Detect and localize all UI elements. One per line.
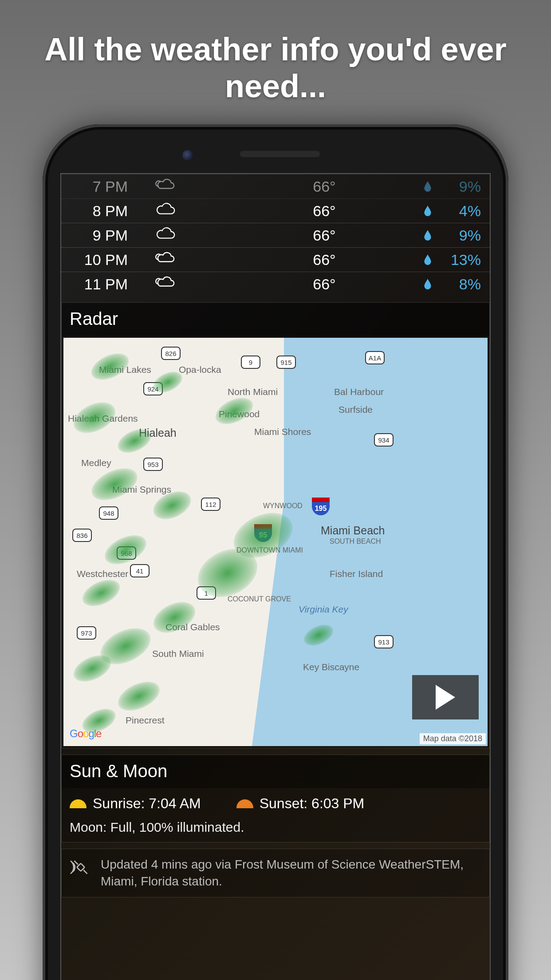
raindrop-icon xyxy=(419,178,437,195)
radar-section: Radar Miami Lakes Opa-locka North Miami … xyxy=(61,302,490,748)
hourly-forecast-list[interactable]: 7 PM 66° 9% 8 PM xyxy=(61,174,490,296)
interstate-shield: 195 xyxy=(312,498,330,515)
highway-shield: 826 xyxy=(161,347,181,360)
map-label: COCONUT GROVE xyxy=(228,595,291,603)
highway-shield: 41 xyxy=(130,564,150,577)
radar-map[interactable]: Miami Lakes Opa-locka North Miami Bal Ha… xyxy=(63,338,488,746)
radar-precipitation xyxy=(87,462,142,507)
raindrop-icon xyxy=(419,227,437,244)
partly-cloudy-night-icon xyxy=(141,177,190,196)
highway-shield: 112 xyxy=(201,498,220,511)
map-label: Miami Beach xyxy=(321,524,385,537)
hourly-precip: 9% xyxy=(437,227,481,244)
hourly-row[interactable]: 9 PM 66° 9% xyxy=(61,223,490,248)
map-label: Medley xyxy=(81,458,111,468)
map-label: Bal Harbour xyxy=(334,387,384,397)
google-logo: Google xyxy=(70,727,101,740)
sunset-item: Sunset: 6:03 PM xyxy=(236,795,365,812)
highway-shield: 953 xyxy=(143,458,163,471)
raindrop-icon xyxy=(419,202,437,220)
highway-shield: 9 xyxy=(241,356,260,369)
raindrop-icon xyxy=(419,251,437,269)
radar-precipitation xyxy=(69,396,120,439)
hourly-precip: 4% xyxy=(437,202,481,220)
radar-precipitation xyxy=(212,392,257,429)
hourly-row[interactable]: 11 PM 66° 8% xyxy=(61,272,490,296)
hourly-time: 8 PM xyxy=(70,202,141,220)
hourly-temp: 66° xyxy=(190,251,419,269)
map-label: North Miami xyxy=(228,387,278,397)
sunrise-item: Sunrise: 7:04 AM xyxy=(70,795,201,812)
update-text: Updated 4 mins ago via Frost Museum of S… xyxy=(101,856,481,890)
hourly-precip: 9% xyxy=(437,178,481,195)
hourly-temp: 66° xyxy=(190,227,419,244)
partly-cloudy-night-icon xyxy=(141,275,190,293)
hourly-temp: 66° xyxy=(190,202,419,220)
radar-title: Radar xyxy=(62,303,489,336)
hourly-row[interactable]: 7 PM 66° 9% xyxy=(61,174,490,199)
sunrise-label: Sunrise: 7:04 AM xyxy=(93,795,201,812)
partly-cloudy-night-icon xyxy=(141,250,190,269)
map-label: South Miami xyxy=(152,648,204,659)
moon-phase-text: Moon: Full, 100% illuminated. xyxy=(70,820,481,835)
hourly-time: 11 PM xyxy=(70,276,141,293)
sun-moon-section: Sun & Moon Sunrise: 7:04 AM Sunset: 6:03… xyxy=(61,755,490,842)
raindrop-icon xyxy=(419,276,437,293)
map-label: Surfside xyxy=(338,404,373,415)
hourly-time: 10 PM xyxy=(70,251,141,269)
sunset-label: Sunset: 6:03 PM xyxy=(260,795,365,812)
sunset-icon xyxy=(236,799,253,808)
play-icon xyxy=(436,685,455,710)
map-label: WYNWOOD xyxy=(263,502,303,510)
phone-speaker xyxy=(240,151,320,157)
highway-shield: 836 xyxy=(72,529,92,542)
hourly-temp: 66° xyxy=(190,276,419,293)
radar-precipitation xyxy=(87,348,133,385)
radar-precipitation xyxy=(79,574,124,611)
radar-play-button[interactable] xyxy=(412,675,479,719)
map-label: SOUTH BEACH xyxy=(330,537,381,545)
highway-shield: 915 xyxy=(276,356,296,369)
data-source-section: Updated 4 mins ago via Frost Museum of S… xyxy=(61,849,490,897)
map-attribution: Map data ©2018 xyxy=(420,733,486,744)
radar-precipitation xyxy=(114,676,164,716)
highway-shield: 948 xyxy=(99,506,118,520)
map-label: Pinecrest xyxy=(126,715,165,726)
hourly-time: 7 PM xyxy=(70,178,141,195)
hourly-precip: 8% xyxy=(437,276,481,293)
phone-device-frame: 7 PM 66° 9% 8 PM xyxy=(43,124,508,980)
sun-moon-title: Sun & Moon xyxy=(62,755,489,788)
hourly-row[interactable]: 8 PM 66° 4% xyxy=(61,199,490,223)
svg-rect-0 xyxy=(77,863,85,871)
map-label: Miami Shores xyxy=(254,427,311,437)
phone-camera xyxy=(182,150,193,161)
promo-headline: All the weather info you'd ever need... xyxy=(0,0,551,122)
map-label: Key Biscayne xyxy=(303,662,359,672)
app-screen: 7 PM 66° 9% 8 PM xyxy=(60,173,491,980)
map-label: Virginia Key xyxy=(299,604,348,615)
highway-shield: 973 xyxy=(77,626,96,640)
map-label: Opa-locka xyxy=(179,364,221,375)
cloudy-icon xyxy=(141,202,190,220)
highway-shield: 934 xyxy=(374,433,394,447)
map-label: Westchester xyxy=(77,569,128,579)
satellite-icon xyxy=(70,856,92,883)
cloudy-icon xyxy=(141,226,190,245)
hourly-time: 9 PM xyxy=(70,227,141,244)
sunrise-icon xyxy=(70,799,87,808)
hourly-row[interactable]: 10 PM 66° 13% xyxy=(61,248,490,272)
hourly-precip: 13% xyxy=(437,251,481,269)
hourly-temp: 66° xyxy=(190,178,419,195)
highway-shield: A1A xyxy=(365,351,385,364)
highway-shield: 913 xyxy=(374,635,394,648)
map-label: Fisher Island xyxy=(330,569,383,579)
